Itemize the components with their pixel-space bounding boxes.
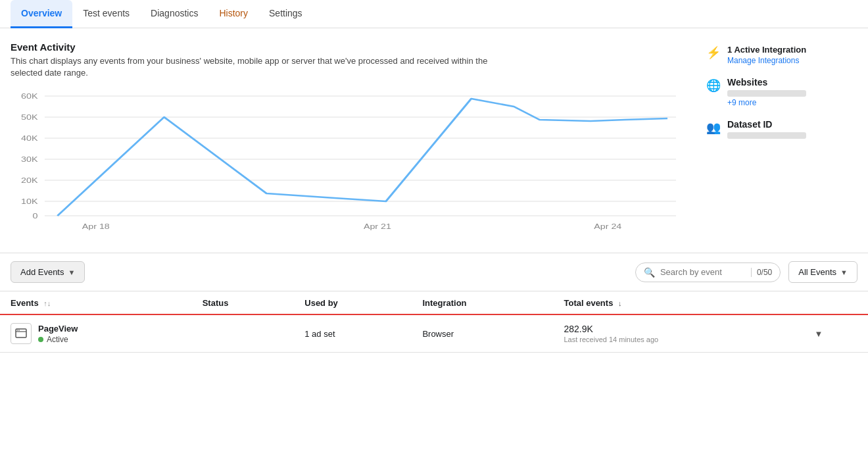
col-used-by: Used by — [294, 291, 412, 315]
events-table: Events ↑↓ Status Used by Integration Tot… — [0, 291, 868, 353]
svg-text:Apr 21: Apr 21 — [364, 222, 391, 231]
tab-test-events[interactable]: Test events — [72, 0, 140, 28]
col-status: Status — [192, 291, 295, 315]
dataset-icon: 👥 — [706, 120, 721, 135]
search-icon: 🔍 — [644, 267, 655, 278]
event-status-label: Active — [47, 335, 68, 344]
add-events-button[interactable]: Add Events ▼ — [11, 261, 85, 283]
left-panel: Event Activity This chart displays any e… — [11, 41, 693, 239]
right-panel: ⚡ 1 Active Integration Manage Integratio… — [706, 41, 857, 239]
event-name: PageView — [38, 324, 78, 334]
svg-text:50K: 50K — [21, 113, 38, 122]
filter-chevron-icon: ▼ — [840, 268, 848, 276]
total-events-number: 282.9K — [564, 324, 793, 334]
chart-line — [57, 99, 667, 216]
svg-text:20K: 20K — [21, 176, 38, 185]
event-activity-title: Event Activity — [11, 41, 693, 53]
filter-dropdown[interactable]: All Events ▼ — [788, 261, 857, 283]
svg-point-20 — [18, 330, 20, 332]
globe-icon: 🌐 — [706, 78, 721, 93]
table-body: PageView Active 1 ad set Browser 282.9K … — [0, 315, 868, 353]
event-status-cell — [192, 315, 295, 353]
websites-label: Websites — [727, 77, 767, 88]
svg-text:40K: 40K — [21, 134, 38, 143]
tab-overview[interactable]: Overview — [11, 0, 72, 28]
search-box[interactable]: 🔍 0/50 — [635, 262, 781, 282]
event-icon-pageview — [11, 323, 32, 344]
chart-svg: 60K 50K 40K 30K 20K 10K 0 Apr 18 Apr 21 … — [11, 89, 693, 234]
event-expand-cell[interactable]: ▼ — [804, 315, 868, 353]
col-total-events: Total events ↓ — [553, 291, 804, 315]
status-dot — [38, 337, 43, 342]
dataset-id-item: 👥 Dataset ID — [706, 119, 857, 139]
svg-text:Apr 24: Apr 24 — [594, 222, 621, 231]
websites-more-link[interactable]: +9 more — [727, 98, 756, 107]
event-used-by-cell: 1 ad set — [294, 315, 412, 353]
active-integration-item: ⚡ 1 Active Integration Manage Integratio… — [706, 44, 857, 65]
table-header: Events ↑↓ Status Used by Integration Tot… — [0, 291, 868, 315]
svg-text:Apr 18: Apr 18 — [82, 222, 110, 231]
col-events: Events ↑↓ — [0, 291, 192, 315]
event-total-events-cell: 282.9K Last received 14 minutes ago — [553, 315, 804, 353]
col-expand — [804, 291, 868, 315]
search-input[interactable] — [660, 267, 746, 277]
tab-diagnostics[interactable]: Diagnostics — [140, 0, 208, 28]
svg-text:60K: 60K — [21, 92, 38, 101]
total-events-sub: Last received 14 minutes ago — [564, 336, 793, 343]
add-events-label: Add Events — [20, 267, 64, 277]
tab-settings[interactable]: Settings — [258, 0, 313, 28]
dataset-id-value — [727, 132, 806, 139]
sort-events-icon[interactable]: ↑↓ — [43, 299, 51, 307]
tab-history[interactable]: History — [208, 0, 258, 28]
browser-icon — [15, 328, 27, 339]
event-name-cell: PageView Active — [0, 315, 192, 353]
table-row: PageView Active 1 ad set Browser 282.9K … — [0, 315, 868, 353]
event-integration-cell: Browser — [412, 315, 553, 353]
event-activity-desc: This chart displays any events from your… — [11, 55, 504, 79]
nav-tabs: Overview Test events Diagnostics History… — [0, 0, 868, 28]
manage-integrations-link[interactable]: Manage Integrations — [727, 56, 806, 65]
filter-label: All Events — [798, 267, 836, 277]
chevron-down-icon: ▼ — [68, 268, 76, 276]
websites-item: 🌐 Websites +9 more — [706, 77, 857, 107]
search-count-badge: 0/50 — [751, 268, 772, 277]
col-integration: Integration — [412, 291, 553, 315]
sort-total-events-icon[interactable]: ↓ — [618, 299, 622, 307]
svg-text:0: 0 — [33, 212, 38, 220]
active-integration-label: 1 Active Integration — [727, 45, 806, 55]
svg-point-19 — [17, 330, 18, 332]
svg-text:10K: 10K — [21, 197, 38, 206]
svg-text:30K: 30K — [21, 155, 38, 164]
dataset-id-label: Dataset ID — [727, 119, 772, 130]
pulse-icon: ⚡ — [706, 45, 721, 60]
event-activity-chart: 60K 50K 40K 30K 20K 10K 0 Apr 18 Apr 21 … — [11, 89, 693, 234]
toolbar-row: Add Events ▼ 🔍 0/50 All Events ▼ — [0, 253, 868, 291]
websites-value — [727, 90, 806, 97]
expand-arrow-icon[interactable]: ▼ — [815, 329, 823, 339]
main-content: Event Activity This chart displays any e… — [0, 28, 868, 253]
